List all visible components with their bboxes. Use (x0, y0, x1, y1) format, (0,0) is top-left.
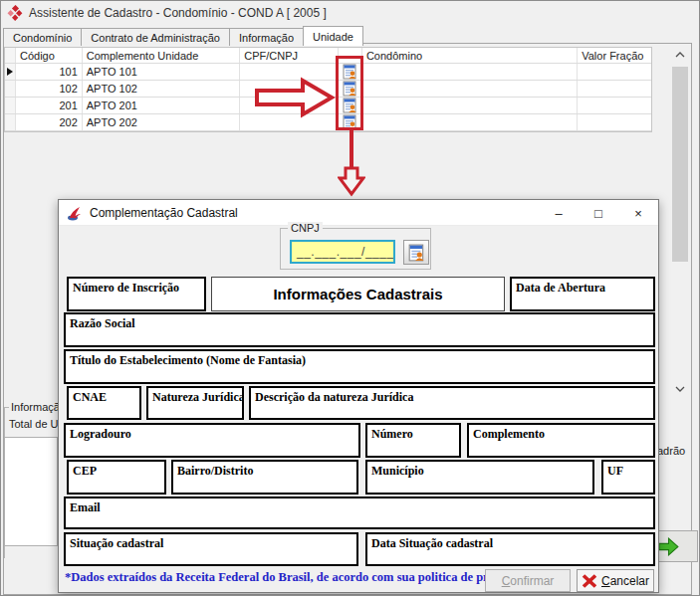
total-units-label: Total de U (9, 418, 59, 430)
app-icon (7, 5, 23, 21)
tab-contrato-administracao[interactable]: Contrato de Administração (81, 28, 230, 46)
current-row-marker (5, 64, 16, 80)
close-button[interactable]: × (618, 200, 658, 226)
cnpj-lookup-button[interactable] (403, 240, 429, 265)
chevron-down-icon (675, 386, 685, 392)
cell-codigo[interactable]: 102 (16, 81, 83, 97)
cell-valor-fracao[interactable] (578, 64, 651, 80)
field-municipio: Município (365, 460, 594, 495)
grid-vertical-scrollbar[interactable] (671, 47, 689, 397)
cell-codigo[interactable]: 101 (16, 64, 83, 80)
row-marker-icon (7, 68, 13, 76)
annotation-arrow-down-icon (338, 128, 365, 198)
field-numero: Número (365, 423, 461, 458)
complementacao-cadastral-dialog: Complementação Cadastral – □ × CNPJ __._… (58, 199, 659, 593)
col-header-codigo[interactable]: Código (16, 48, 83, 63)
cell-complemento[interactable]: APTO 102 (83, 81, 241, 97)
section-title-informacoes-cadastrais: Informações Cadastrais (211, 277, 505, 311)
cell-complemento[interactable]: APTO 101 (83, 64, 241, 80)
field-email: Email (64, 497, 655, 529)
red-x-icon (582, 574, 597, 588)
tab-informacao[interactable]: Informação (229, 28, 304, 46)
grid-header-row: Código Complemento Unidade CPF/CNPJ Cond… (5, 48, 651, 64)
field-cep: CEP (67, 460, 166, 495)
tab-strip: Condomínio Contrato de Administração Inf… (3, 26, 362, 46)
cnpj-input[interactable]: __.___.___/____-__ (290, 240, 395, 264)
confirm-button[interactable]: Confirmar (485, 569, 571, 592)
cell-complemento[interactable]: APTO 201 (83, 98, 241, 113)
field-razao-social: Razão Social (64, 312, 655, 347)
field-descricao-natureza: Descrição da natureza Jurídica (249, 386, 655, 420)
info-groupbox-label: Informaçã (9, 401, 62, 413)
annotation-highlight-box (336, 56, 363, 130)
left-panel (4, 437, 58, 546)
cell-complemento[interactable]: APTO 202 (83, 114, 241, 130)
main-window-title: Assistente de Cadastro - Condomínio - CO… (29, 6, 327, 20)
field-data-situacao-cadastral: Data Situação cadastral (365, 532, 655, 566)
field-complemento: Complemento (467, 423, 655, 458)
dialog-titlebar[interactable]: Complementação Cadastral – □ × (59, 200, 658, 226)
cnpj-group-label: CNPJ (288, 222, 323, 234)
scroll-up-button[interactable] (671, 47, 689, 63)
dialog-window-buttons: – □ × (539, 200, 658, 226)
cell-condomino[interactable] (362, 81, 578, 97)
field-bairro-distrito: Bairro/Distrito (171, 460, 358, 495)
col-header-cpf-cnpj[interactable]: CPF/CNPJ (240, 48, 339, 63)
tab-unidade[interactable]: Unidade (303, 26, 363, 46)
field-situacao-cadastral: Situação cadastral (64, 532, 358, 566)
scroll-down-button[interactable] (671, 381, 689, 397)
document-person-icon (408, 244, 425, 262)
chevron-up-icon (675, 52, 685, 58)
cell-condomino[interactable] (362, 114, 578, 130)
field-numero-inscricao: Número de Inscrição (67, 277, 206, 311)
next-button[interactable] (654, 530, 698, 562)
padrao-label: adrão (657, 445, 685, 457)
cancel-button[interactable]: Cancelar (577, 569, 654, 592)
dialog-title: Complementação Cadastral (90, 206, 238, 220)
maximize-button[interactable]: □ (579, 200, 618, 226)
field-cnae: CNAE (67, 386, 141, 420)
grid-marker-header (5, 48, 16, 63)
scroll-thumb[interactable] (672, 67, 688, 262)
app-window: Assistente de Cadastro - Condomínio - CO… (0, 0, 700, 596)
green-right-arrow-icon (658, 537, 680, 556)
field-titulo-estabelecimento: Título do Estabelecimento (Nome de Fanta… (64, 349, 655, 384)
annotation-arrow-right-icon (253, 77, 337, 118)
cell-codigo[interactable]: 201 (16, 98, 83, 113)
cell-codigo[interactable]: 202 (16, 114, 83, 130)
cell-valor-fracao[interactable] (578, 81, 651, 97)
cell-valor-fracao[interactable] (578, 98, 651, 113)
minimize-button[interactable]: – (539, 200, 579, 226)
field-data-abertura: Data de Abertura (510, 277, 655, 311)
col-header-complemento-unidade[interactable]: Complemento Unidade (83, 48, 241, 63)
field-natureza-juridica: Natureza Jurídica (146, 386, 244, 420)
field-logradouro: Logradouro (64, 423, 360, 458)
cell-condomino[interactable] (362, 64, 578, 80)
field-uf: UF (601, 460, 655, 495)
col-header-condomino[interactable]: Condômino (362, 48, 578, 63)
cell-valor-fracao[interactable] (578, 114, 651, 130)
col-header-valor-fracao[interactable]: Valor Fração (578, 48, 651, 63)
dialog-icon (67, 205, 83, 221)
cell-condomino[interactable] (362, 98, 578, 113)
tab-condominio[interactable]: Condomínio (3, 28, 82, 46)
main-titlebar: Assistente de Cadastro - Condomínio - CO… (1, 1, 700, 25)
privacy-disclaimer: *Dados extraídos da Receita Federal do B… (65, 570, 542, 594)
